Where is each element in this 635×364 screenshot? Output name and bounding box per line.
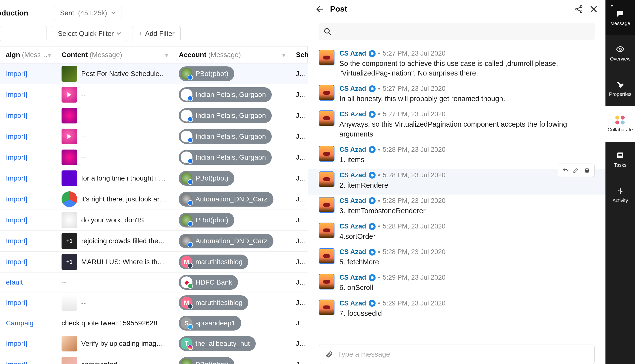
message-avatar: [319, 172, 334, 187]
share-icon[interactable]: [574, 5, 583, 14]
account-pill[interactable]: Automation_DND_Carz: [179, 192, 273, 206]
rail-item-collaborate[interactable]: Collaborate: [605, 106, 635, 142]
table-row[interactable]: Import]commentedPBot(pbot)Jul: [0, 354, 308, 364]
account-pill[interactable]: Ssprsandeep1: [179, 316, 241, 330]
campaign-cell[interactable]: Import]: [0, 292, 56, 313]
add-filter-button[interactable]: + Add Filter: [132, 26, 181, 41]
thread-message[interactable]: CS Azad•5:29 PM, 23 Jul 20207. focussedI…: [319, 297, 595, 323]
thread-message[interactable]: CS Azad•5:28 PM, 23 Jul 20204.sortOrder: [319, 220, 595, 246]
table-row[interactable]: Import]+1rejoicing crowds filled the str…: [0, 231, 308, 252]
message-author[interactable]: CS Azad: [339, 110, 366, 118]
account-pill[interactable]: Tthe_allbeauty_hut: [179, 336, 256, 351]
campaign-cell[interactable]: Import]: [0, 210, 56, 231]
content-cell: +1MARULLUS: Where is thy lea…: [56, 252, 173, 272]
message-author[interactable]: CS Azad: [339, 248, 366, 256]
col-header-scheduled[interactable]: Sch…: [290, 46, 308, 64]
table-row[interactable]: Campaigcheck quote tweet 1595592628459Ss…: [0, 313, 308, 333]
close-icon[interactable]: [589, 5, 598, 14]
account-pill[interactable]: Indian Petals, Gurgaon: [179, 150, 272, 165]
campaign-cell[interactable]: Import]: [0, 84, 56, 105]
campaign-cell[interactable]: Import]: [0, 126, 56, 147]
campaign-cell[interactable]: Import]: [0, 354, 56, 364]
campaign-cell[interactable]: Import]: [0, 64, 56, 84]
col-header-account[interactable]: Account (Message) ▾: [173, 46, 290, 64]
platform-badge-icon: [188, 179, 193, 185]
account-pill[interactable]: Mmaruthitestblog: [179, 296, 248, 310]
table-row[interactable]: efault--◆HDFC BankJul: [0, 272, 308, 292]
panel-search-input[interactable]: [319, 23, 595, 40]
table-row[interactable]: Import]+1MARULLUS: Where is thy lea…Mmar…: [0, 252, 308, 272]
account-pill[interactable]: ◆HDFC Bank: [179, 275, 238, 290]
campaign-cell[interactable]: Import]: [0, 252, 56, 272]
account-pill[interactable]: Indian Petals, Gurgaon: [179, 108, 272, 123]
content-thumbnail: [62, 66, 77, 82]
account-pill[interactable]: PBot(pbot): [179, 213, 234, 228]
account-avatar: [181, 89, 193, 100]
thread-message[interactable]: CS Azad•5:27 PM, 23 Jul 2020Anyways, so …: [319, 108, 595, 143]
thread-message[interactable]: CS Azad•5:28 PM, 23 Jul 20201. items: [319, 144, 595, 169]
table-row[interactable]: Import]--MmaruthitestblogJul: [0, 292, 308, 313]
message-author[interactable]: CS Azad: [339, 172, 366, 179]
content-thumbnail: [62, 87, 77, 102]
campaign-cell[interactable]: Import]: [0, 105, 56, 126]
rail-item-tasks[interactable]: Tasks: [605, 142, 635, 177]
thread-message[interactable]: CS Azad•5:27 PM, 23 Jul 2020In all hones…: [319, 82, 595, 108]
campaign-cell[interactable]: Import]: [0, 333, 56, 354]
message-author[interactable]: CS Azad: [339, 50, 366, 57]
thread-message[interactable]: CS Azad•5:27 PM, 23 Jul 2020So the compo…: [319, 47, 595, 82]
platform-badge-icon: [188, 324, 193, 330]
thread-message[interactable]: CS Azad•5:28 PM, 23 Jul 20202. itemRende…: [308, 169, 605, 194]
message-author[interactable]: CS Azad: [339, 146, 366, 154]
reply-icon[interactable]: [560, 165, 571, 175]
table-row[interactable]: Import]do your work. don'tSPBot(pbot)Jul: [0, 210, 308, 231]
back-arrow-icon[interactable]: [315, 5, 324, 14]
campaign-cell[interactable]: efault: [0, 272, 56, 292]
campaign-cell[interactable]: Campaig: [0, 313, 56, 333]
campaign-cell[interactable]: Import]: [0, 168, 56, 189]
table-row[interactable]: Import]--Indian Petals, GurgaonJul: [0, 84, 308, 105]
rail-item-message[interactable]: ▾Message: [605, 0, 635, 36]
table-row[interactable]: Import]Post For Native Schedule Post Cha…: [0, 64, 308, 84]
quick-filter-dropdown[interactable]: Select Quick Filter: [52, 26, 127, 41]
col-header-content[interactable]: Content (Message) ▾: [56, 46, 173, 64]
account-pill[interactable]: PBot(pbot): [179, 66, 234, 81]
message-author[interactable]: CS Azad: [339, 222, 366, 230]
account-pill[interactable]: Automation_DND_Carz: [179, 234, 273, 248]
col-header-campaign[interactable]: aign (Mess… ▾: [0, 46, 56, 64]
campaign-cell[interactable]: Import]: [0, 189, 56, 210]
thread-message[interactable]: CS Azad•5:28 PM, 23 Jul 20203. itemTombs…: [319, 194, 595, 220]
account-avatar: M: [181, 256, 193, 268]
table-row[interactable]: Import]Verify by uploading image fr…Tthe…: [0, 333, 308, 354]
composer-input[interactable]: Type a message: [319, 344, 595, 364]
edit-icon[interactable]: [571, 165, 581, 175]
message-thread[interactable]: CS Azad•5:27 PM, 23 Jul 2020So the compo…: [308, 45, 605, 341]
message-author[interactable]: CS Azad: [339, 300, 366, 307]
top-bar: oduction Sent (451.25k): [0, 0, 308, 26]
thread-message[interactable]: CS Azad•5:28 PM, 23 Jul 20205. fetchMore: [319, 246, 595, 271]
message-text: Anyways, so this VirtualizedPagination c…: [339, 120, 595, 139]
account-pill[interactable]: PBot(pbot): [179, 171, 234, 186]
table-row[interactable]: Import]it's right there. just look arou……: [0, 189, 308, 210]
message-author[interactable]: CS Azad: [339, 85, 366, 92]
attachment-icon[interactable]: [325, 351, 333, 358]
sent-dropdown[interactable]: Sent (451.25k): [54, 6, 122, 20]
delete-icon[interactable]: [581, 165, 592, 175]
table-row[interactable]: Import]--Indian Petals, GurgaonJul: [0, 147, 308, 168]
rail-item-properties[interactable]: Properties: [605, 71, 635, 106]
message-author[interactable]: CS Azad: [339, 197, 366, 205]
account-pill[interactable]: PBot(pbot): [179, 357, 234, 364]
rail-item-activity[interactable]: Activity: [605, 177, 635, 212]
account-pill[interactable]: Indian Petals, Gurgaon: [179, 87, 272, 102]
table-row[interactable]: Import]--Indian Petals, GurgaonJul: [0, 126, 308, 147]
campaign-cell[interactable]: Import]: [0, 147, 56, 168]
message-author[interactable]: CS Azad: [339, 274, 366, 281]
filter-chip-blank[interactable]: [0, 26, 47, 41]
thread-message[interactable]: CS Azad•5:29 PM, 23 Jul 20206. onScroll: [319, 271, 595, 297]
rail-item-overview[interactable]: Overview: [605, 36, 635, 71]
account-pill[interactable]: Mmaruthitestblog: [179, 254, 248, 269]
account-pill[interactable]: Indian Petals, Gurgaon: [179, 129, 272, 144]
campaign-cell[interactable]: Import]: [0, 231, 56, 252]
table-row[interactable]: Import]--Indian Petals, GurgaonJul: [0, 105, 308, 126]
notification-indicator-icon: ▾: [611, 4, 613, 8]
table-row[interactable]: Import]for a long time i thought i wo…PB…: [0, 168, 308, 189]
